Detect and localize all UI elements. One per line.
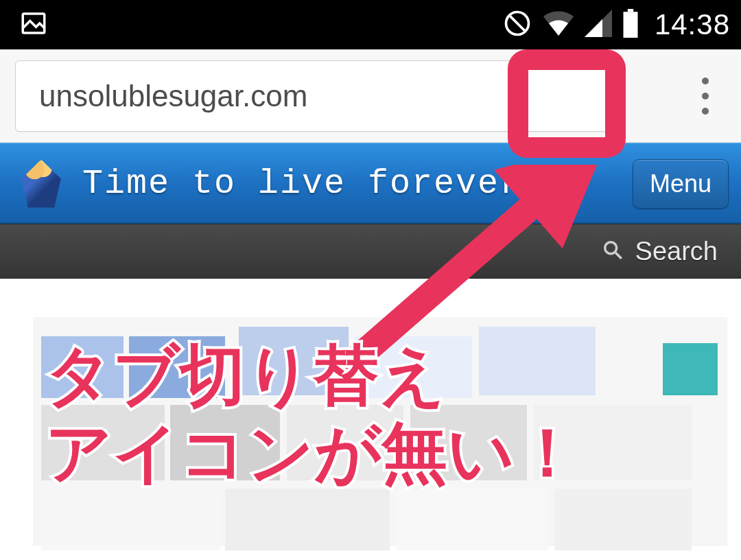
svg-line-8 — [615, 253, 622, 259]
svg-marker-4 — [585, 19, 602, 37]
android-status-bar: 14:38 — [0, 0, 741, 49]
image-icon — [19, 9, 48, 40]
battery-icon — [622, 9, 639, 40]
browser-toolbar: unsolublesugar.com — [0, 49, 741, 143]
tab-switcher-slot[interactable] — [612, 60, 681, 132]
url-bar[interactable]: unsolublesugar.com — [15, 60, 612, 132]
site-header: Time to live forever Menu — [0, 143, 741, 224]
do-not-disturb-icon — [502, 8, 532, 41]
cell-signal-icon — [585, 10, 612, 40]
site-logo-icon — [16, 159, 66, 209]
svg-rect-5 — [628, 9, 633, 12]
webpage-content[interactable] — [0, 279, 741, 560]
svg-rect-6 — [623, 12, 637, 38]
site-search-bar[interactable]: Search — [0, 224, 741, 279]
search-icon — [601, 238, 624, 264]
browser-overflow-menu[interactable] — [681, 60, 730, 132]
wifi-icon — [542, 9, 575, 40]
search-label: Search — [635, 237, 718, 266]
url-text: unsolublesugar.com — [39, 79, 307, 113]
blurred-content-placeholder — [33, 317, 727, 546]
site-title: Time to live forever — [82, 164, 521, 203]
site-menu-button[interactable]: Menu — [633, 159, 729, 209]
svg-line-2 — [509, 15, 526, 32]
more-vert-icon — [702, 78, 709, 115]
svg-point-7 — [604, 242, 616, 254]
clock-text: 14:38 — [655, 8, 730, 41]
